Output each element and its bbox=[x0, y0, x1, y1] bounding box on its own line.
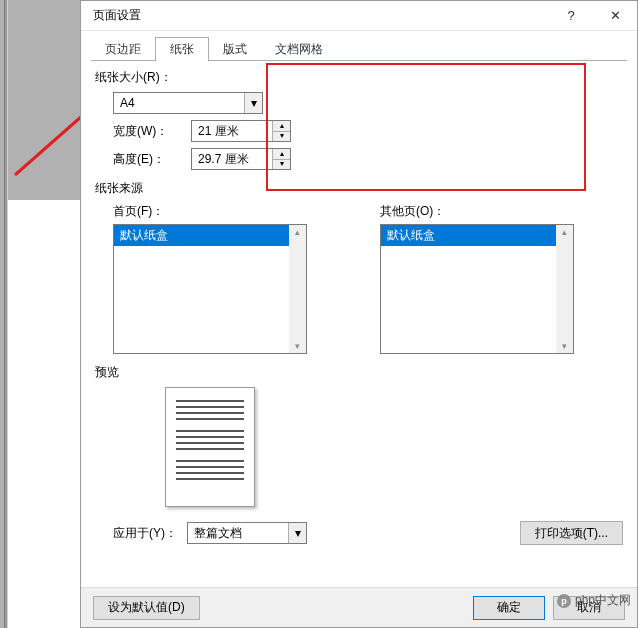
chevron-down-icon: ▾ bbox=[244, 93, 262, 113]
set-default-button[interactable]: 设为默认值(D) bbox=[93, 596, 200, 620]
dialog-footer: 设为默认值(D) 确定 取消 bbox=[81, 587, 637, 627]
width-spinner[interactable]: 21 厘米 ▴ ▾ bbox=[191, 120, 291, 142]
spinner-down-icon[interactable]: ▾ bbox=[273, 132, 290, 142]
width-value: 21 厘米 bbox=[192, 121, 272, 141]
scroll-up-icon: ▴ bbox=[562, 227, 567, 237]
paper-size-label: 纸张大小(R)： bbox=[95, 69, 623, 86]
first-page-listbox[interactable]: 默认纸盒 ▴ ▾ bbox=[113, 224, 307, 354]
preview-label: 预览 bbox=[95, 364, 623, 381]
other-pages-listbox[interactable]: 默认纸盒 ▴ ▾ bbox=[380, 224, 574, 354]
page-setup-dialog: 页面设置 ? ✕ 页边距 纸张 版式 文档网格 纸张大小(R)： A4 ▾ 宽度… bbox=[80, 0, 638, 628]
preview-page-icon bbox=[165, 387, 255, 507]
scroll-down-icon: ▾ bbox=[562, 341, 567, 351]
paper-source-section: 纸张来源 首页(F)： 默认纸盒 ▴ ▾ 其他页(O)： bbox=[95, 180, 623, 354]
apply-to-label: 应用于(Y)： bbox=[113, 525, 177, 542]
scrollbar[interactable]: ▴ ▾ bbox=[289, 225, 306, 353]
list-item[interactable]: 默认纸盒 bbox=[114, 225, 289, 246]
tab-docgrid[interactable]: 文档网格 bbox=[261, 38, 337, 61]
apply-to-combo[interactable]: 整篇文档 ▾ bbox=[187, 522, 307, 544]
spinner-up-icon[interactable]: ▴ bbox=[273, 121, 290, 132]
paper-source-label: 纸张来源 bbox=[95, 180, 623, 197]
paper-size-section: 纸张大小(R)： A4 ▾ 宽度(W)： 21 厘米 ▴ ▾ bbox=[95, 69, 623, 170]
width-label: 宽度(W)： bbox=[113, 123, 183, 140]
scroll-down-icon: ▾ bbox=[295, 341, 300, 351]
titlebar: 页面设置 ? ✕ bbox=[81, 1, 637, 31]
scrollbar[interactable]: ▴ ▾ bbox=[556, 225, 573, 353]
first-page-label: 首页(F)： bbox=[113, 203, 356, 220]
chevron-down-icon: ▾ bbox=[288, 523, 306, 543]
paper-size-value: A4 bbox=[114, 96, 244, 110]
spinner-up-icon[interactable]: ▴ bbox=[273, 149, 290, 160]
dialog-title: 页面设置 bbox=[93, 7, 549, 24]
preview-section: 预览 bbox=[95, 364, 623, 507]
apply-to-value: 整篇文档 bbox=[188, 525, 288, 542]
help-button[interactable]: ? bbox=[549, 1, 593, 31]
list-item[interactable]: 默认纸盒 bbox=[381, 225, 556, 246]
other-pages-label: 其他页(O)： bbox=[380, 203, 623, 220]
print-options-button[interactable]: 打印选项(T)... bbox=[520, 521, 623, 545]
height-spinner[interactable]: 29.7 厘米 ▴ ▾ bbox=[191, 148, 291, 170]
ok-button[interactable]: 确定 bbox=[473, 596, 545, 620]
close-button[interactable]: ✕ bbox=[593, 1, 637, 31]
height-label: 高度(E)： bbox=[113, 151, 183, 168]
cancel-button[interactable]: 取消 bbox=[553, 596, 625, 620]
tab-margins[interactable]: 页边距 bbox=[91, 38, 155, 61]
tab-paper[interactable]: 纸张 bbox=[155, 37, 209, 62]
apply-row: 应用于(Y)： 整篇文档 ▾ 打印选项(T)... bbox=[91, 521, 627, 555]
paper-size-combo[interactable]: A4 ▾ bbox=[113, 92, 263, 114]
spinner-down-icon[interactable]: ▾ bbox=[273, 160, 290, 170]
tab-layout[interactable]: 版式 bbox=[209, 38, 261, 61]
scroll-up-icon: ▴ bbox=[295, 227, 300, 237]
height-value: 29.7 厘米 bbox=[192, 149, 272, 169]
tabstrip: 页边距 纸张 版式 文档网格 bbox=[91, 37, 627, 61]
